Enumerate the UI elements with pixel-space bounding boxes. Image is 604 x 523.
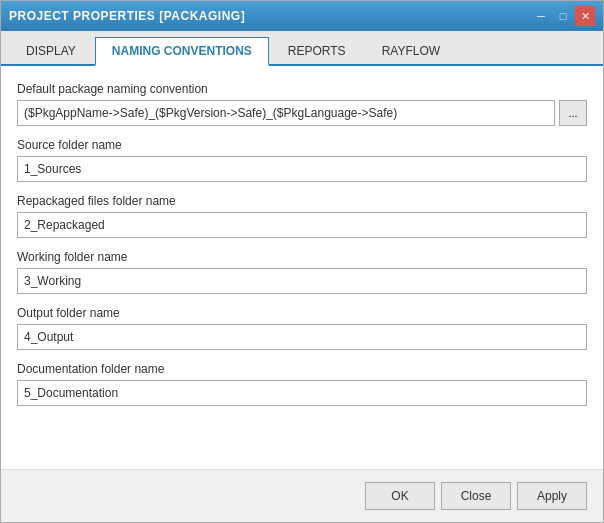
input-output-folder[interactable]	[17, 324, 587, 350]
window-title: PROJECT PROPERTIES [PACKAGING]	[9, 9, 245, 23]
browse-button-default-naming[interactable]: ...	[559, 100, 587, 126]
content-area: Default package naming convention ... So…	[1, 66, 603, 469]
input-documentation-folder[interactable]	[17, 380, 587, 406]
tab-reports[interactable]: REPORTS	[271, 37, 363, 64]
close-dialog-button[interactable]: Close	[441, 482, 511, 510]
title-bar: PROJECT PROPERTIES [PACKAGING] ─ □ ✕	[1, 1, 603, 31]
field-row-repackaged-folder	[17, 212, 587, 238]
maximize-button[interactable]: □	[553, 6, 573, 26]
label-working-folder: Working folder name	[17, 250, 587, 264]
field-group-default-naming: Default package naming convention ...	[17, 82, 587, 126]
input-repackaged-folder[interactable]	[17, 212, 587, 238]
field-group-output-folder: Output folder name	[17, 306, 587, 350]
input-default-naming[interactable]	[17, 100, 555, 126]
field-row-source-folder	[17, 156, 587, 182]
footer: OK Close Apply	[1, 469, 603, 522]
minimize-button[interactable]: ─	[531, 6, 551, 26]
input-source-folder[interactable]	[17, 156, 587, 182]
label-repackaged-folder: Repackaged files folder name	[17, 194, 587, 208]
tab-bar: DISPLAY NAMING CONVENTIONS REPORTS RAYFL…	[1, 31, 603, 66]
apply-button[interactable]: Apply	[517, 482, 587, 510]
field-row-default-naming: ...	[17, 100, 587, 126]
label-documentation-folder: Documentation folder name	[17, 362, 587, 376]
tab-rayflow[interactable]: RAYFLOW	[365, 37, 457, 64]
field-group-repackaged-folder: Repackaged files folder name	[17, 194, 587, 238]
field-row-output-folder	[17, 324, 587, 350]
label-output-folder: Output folder name	[17, 306, 587, 320]
tab-display[interactable]: DISPLAY	[9, 37, 93, 64]
window-controls: ─ □ ✕	[531, 6, 595, 26]
field-group-working-folder: Working folder name	[17, 250, 587, 294]
field-group-documentation-folder: Documentation folder name	[17, 362, 587, 406]
field-group-source-folder: Source folder name	[17, 138, 587, 182]
field-row-working-folder	[17, 268, 587, 294]
main-window: PROJECT PROPERTIES [PACKAGING] ─ □ ✕ DIS…	[0, 0, 604, 523]
tab-naming-conventions[interactable]: NAMING CONVENTIONS	[95, 37, 269, 66]
close-button[interactable]: ✕	[575, 6, 595, 26]
label-source-folder: Source folder name	[17, 138, 587, 152]
ok-button[interactable]: OK	[365, 482, 435, 510]
field-row-documentation-folder	[17, 380, 587, 406]
label-default-naming: Default package naming convention	[17, 82, 587, 96]
input-working-folder[interactable]	[17, 268, 587, 294]
